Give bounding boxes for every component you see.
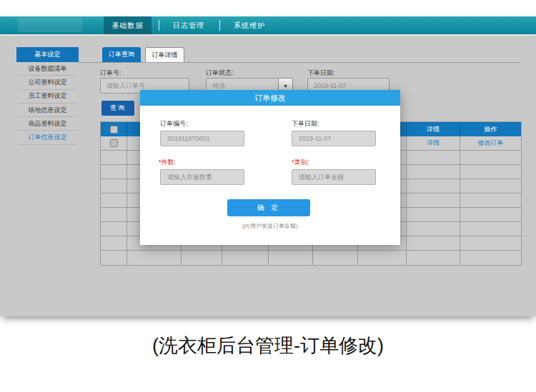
table-cell bbox=[460, 194, 521, 207]
table-cell bbox=[101, 136, 127, 150]
chevron-down-icon: ▼ bbox=[283, 84, 288, 89]
table-cell bbox=[407, 151, 460, 164]
modal-category-label: *类别: bbox=[292, 158, 309, 167]
table-cell bbox=[358, 251, 407, 265]
table-cell bbox=[101, 151, 127, 164]
table-cell bbox=[407, 179, 460, 193]
table-cell bbox=[101, 194, 127, 207]
modal-date-input[interactable] bbox=[292, 131, 376, 146]
sidebar-menu: 设备数据清单 公司资料设定 员工资料设定 场地信息设定 商品资料设定 订单信息设… bbox=[16, 62, 79, 145]
table-cell bbox=[407, 165, 460, 179]
nav-tab-label: 系统维护 bbox=[234, 21, 265, 31]
modal-count-label: *件数: bbox=[159, 158, 176, 167]
nav-tab-log-management[interactable]: 日志管理 bbox=[163, 16, 214, 34]
logo-placeholder bbox=[18, 18, 82, 32]
table-header-detail: 详情 bbox=[407, 122, 460, 136]
table-cell bbox=[407, 194, 460, 207]
modal-header: 订单修改 bbox=[140, 90, 400, 106]
table-cell bbox=[182, 251, 222, 265]
nav-tab-system-maintenance[interactable]: 系统维护 bbox=[224, 16, 275, 34]
order-date-label: 下单日期: bbox=[307, 69, 335, 78]
modal-order-no-input[interactable] bbox=[160, 131, 244, 146]
table-cell bbox=[460, 236, 521, 250]
table-cell bbox=[407, 251, 460, 265]
sidebar-item-device-list[interactable]: 设备数据清单 bbox=[19, 62, 76, 76]
table-cell bbox=[407, 208, 460, 221]
table-cell bbox=[101, 179, 127, 193]
table-row-empty bbox=[101, 251, 521, 265]
modal-date-label: 下单日期: bbox=[292, 119, 319, 129]
table-cell bbox=[222, 251, 269, 265]
sidebar-item-employee-info[interactable]: 员工资料设定 bbox=[19, 90, 76, 104]
table-cell: 修改订单 bbox=[460, 136, 521, 150]
row-detail-link[interactable]: 详情 bbox=[427, 139, 440, 148]
table-cell bbox=[460, 208, 521, 221]
table-cell bbox=[460, 222, 521, 236]
table-header-action: 操作 bbox=[460, 122, 521, 136]
table-cell bbox=[407, 222, 460, 236]
order-no-label: 订单号: bbox=[100, 69, 121, 78]
modal-category-input[interactable] bbox=[292, 169, 376, 185]
sidebar-header-basic-settings[interactable]: 基本设定 bbox=[16, 47, 79, 62]
table-cell bbox=[313, 251, 358, 265]
table-cell bbox=[269, 251, 313, 265]
table-cell bbox=[460, 165, 521, 179]
row-modify-order-link[interactable]: 修改订单 bbox=[478, 139, 504, 148]
sidebar-item-site-info[interactable]: 场地信息设定 bbox=[19, 104, 76, 117]
modal-title: 订单修改 bbox=[254, 93, 286, 104]
sidebar-item-order-info[interactable]: 订单信息设定 bbox=[19, 131, 76, 144]
table-cell bbox=[101, 208, 127, 221]
table-cell bbox=[460, 151, 521, 164]
tabs-underline bbox=[79, 62, 520, 63]
modal-order-no-label: 订单编号: bbox=[160, 119, 188, 129]
nav-tab-basic-data[interactable]: 基础数据 bbox=[104, 16, 152, 34]
table-cell bbox=[101, 222, 127, 236]
tab-order-query[interactable]: 订单查询 bbox=[102, 47, 141, 62]
order-modify-modal: 订单修改 订单编号: 下单日期: *件数: *类别: 确 定 (向用户发送订单金… bbox=[140, 90, 400, 245]
table-cell bbox=[101, 251, 127, 265]
modal-note: (向用户发送订单金额) bbox=[140, 222, 400, 230]
table-header-checkbox-cell bbox=[101, 122, 127, 136]
modal-count-input[interactable] bbox=[160, 169, 244, 185]
tab-order-detail[interactable]: 订单详情 bbox=[145, 47, 184, 62]
nav-separator bbox=[159, 20, 159, 31]
search-button[interactable]: 查询 bbox=[101, 101, 134, 116]
row-checkbox[interactable] bbox=[110, 139, 118, 147]
table-cell bbox=[460, 179, 521, 193]
table-cell: 详情 bbox=[407, 136, 460, 150]
page-caption: (洗衣柜后台管理-订单修改) bbox=[0, 333, 536, 358]
table-cell bbox=[460, 251, 521, 265]
table-cell bbox=[101, 236, 127, 250]
table-cell bbox=[101, 165, 127, 179]
table-cell bbox=[127, 251, 182, 265]
nav-tab-label: 基础数据 bbox=[112, 21, 144, 31]
sidebar-item-company-info[interactable]: 公司资料设定 bbox=[19, 76, 76, 89]
nav-tab-label: 日志管理 bbox=[173, 21, 204, 31]
select-all-checkbox[interactable] bbox=[110, 126, 118, 134]
table-cell bbox=[407, 236, 460, 250]
confirm-button[interactable]: 确 定 bbox=[227, 199, 310, 216]
order-status-label: 订单状态: bbox=[206, 69, 234, 78]
nav-separator bbox=[219, 20, 220, 31]
sidebar-item-product-info[interactable]: 商品资料设定 bbox=[19, 117, 76, 131]
